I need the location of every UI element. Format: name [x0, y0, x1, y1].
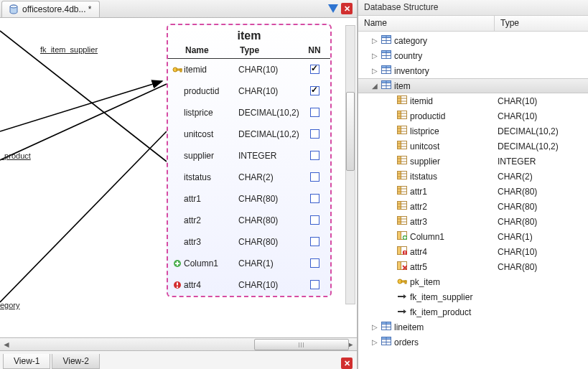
svg-line-4	[0, 84, 167, 160]
expand-twist-icon[interactable]: ▷	[371, 37, 378, 45]
svg-rect-12	[177, 286, 178, 288]
entity-row[interactable]: productidCHAR(10)	[168, 80, 330, 102]
tree-table-row[interactable]: ▷lineitem	[358, 319, 588, 335]
node-icon	[397, 307, 407, 317]
editor-tab[interactable]: officestore.4db... *	[1, 1, 100, 17]
tree-child-row[interactable]: fk_item_supplier	[358, 289, 588, 304]
node-type: INTEGER	[495, 157, 584, 167]
node-label: inventory	[394, 66, 429, 76]
tree-child-row[interactable]: listpriceDECIMAL(10,2)	[358, 123, 588, 139]
svg-rect-50	[398, 172, 401, 179]
node-type: CHAR(1)	[495, 232, 584, 242]
tree-child-row[interactable]: attr2CHAR(80)	[358, 199, 588, 214]
hscroll-thumb[interactable]: |||	[254, 339, 349, 350]
nn-checkbox[interactable]	[310, 258, 325, 268]
nn-checkbox[interactable]	[310, 108, 325, 118]
structure-tree[interactable]: ▷category▷country▷inventory◢itemitemidCH…	[358, 32, 588, 369]
entity-row[interactable]: attr2CHAR(80)	[168, 210, 330, 231]
entity-row[interactable]: listpriceDECIMAL(10,2)	[168, 102, 330, 123]
tree-child-row[interactable]: pk_item	[358, 274, 588, 289]
structure-header-type[interactable]: Type	[495, 16, 588, 31]
tree-child-row[interactable]: attr1CHAR(80)	[358, 184, 588, 199]
nn-checkbox[interactable]	[310, 215, 325, 225]
node-type: CHAR(80)	[495, 187, 584, 197]
entity-row[interactable]: Column1CHAR(1)	[168, 253, 330, 274]
node-icon	[381, 322, 391, 332]
node-label: lineitem	[394, 322, 424, 332]
node-label: attr1	[410, 187, 427, 197]
nn-checkbox[interactable]	[310, 194, 325, 204]
tree-table-row[interactable]: ▷country	[358, 48, 588, 63]
svg-rect-38	[398, 126, 401, 134]
tree-child-row[interactable]: productidCHAR(10)	[358, 108, 588, 123]
node-icon	[397, 141, 407, 151]
column-type: CHAR(80)	[238, 237, 310, 247]
entity-row[interactable]: unitcostDECIMAL(10,2)	[168, 123, 330, 145]
node-icon	[381, 80, 391, 91]
canvas-hscroll[interactable]: ◄ ||| ►	[0, 337, 357, 350]
structure-header-name[interactable]: Name	[358, 16, 495, 31]
canvas-vscroll-thumb[interactable]	[346, 92, 355, 171]
view-tab-1[interactable]: View-1	[3, 354, 50, 369]
entity-row[interactable]: itstatusCHAR(2)	[168, 167, 330, 188]
svg-rect-74	[398, 262, 401, 270]
tree-child-row[interactable]: attr4CHAR(10)	[358, 244, 588, 259]
nn-checkbox[interactable]	[310, 151, 325, 161]
expand-twist-icon[interactable]: ▷	[371, 338, 378, 346]
node-label: fk_item_product	[410, 307, 471, 317]
svg-rect-62	[398, 217, 401, 225]
entity-row[interactable]: attr1CHAR(80)	[168, 188, 330, 210]
hscroll-track[interactable]: |||	[13, 339, 344, 350]
menu-triangle-icon[interactable]	[328, 4, 338, 13]
tree-child-row[interactable]: supplierINTEGER	[358, 154, 588, 169]
svg-rect-69	[398, 247, 401, 255]
tree-table-row[interactable]: ▷orders	[358, 335, 588, 350]
expand-twist-icon[interactable]: ◢	[371, 82, 378, 90]
entity-row[interactable]: attr4CHAR(10)	[168, 274, 330, 296]
tree-child-row[interactable]: unitcostDECIMAL(10,2)	[358, 139, 588, 154]
structure-panel: Database Structure Name Type ▷category▷c…	[358, 0, 588, 369]
close-editor-icon[interactable]: ✕	[341, 3, 353, 14]
nn-checkbox[interactable]	[310, 65, 325, 75]
entity-row[interactable]: itemidCHAR(10)	[168, 59, 330, 80]
node-icon	[397, 277, 407, 287]
nn-checkbox[interactable]	[310, 86, 325, 96]
expand-twist-icon[interactable]: ▷	[371, 52, 378, 60]
column-type: DECIMAL(10,2)	[238, 108, 310, 118]
stub-product[interactable]: _product	[0, 151, 31, 160]
nn-checkbox[interactable]	[310, 280, 325, 290]
canvas-vscroll[interactable]	[345, 25, 355, 304]
node-label: category	[394, 36, 427, 46]
er-canvas[interactable]: fk_item_supplier _product egory item Nam…	[0, 18, 357, 337]
column-name: supplier	[184, 151, 238, 161]
tree-child-row[interactable]: attr5CHAR(80)	[358, 259, 588, 274]
tree-child-row[interactable]: attr3CHAR(80)	[358, 214, 588, 229]
view-tabs-close[interactable]: ✕	[341, 358, 353, 369]
node-label: attr2	[410, 202, 427, 212]
entity-row[interactable]: supplierINTEGER	[168, 145, 330, 167]
hscroll-left-icon[interactable]: ◄	[0, 340, 13, 350]
tree-child-row[interactable]: fk_item_product	[358, 304, 588, 319]
column-name: attr1	[184, 194, 238, 204]
tree-child-row[interactable]: itemidCHAR(10)	[358, 93, 588, 108]
expand-twist-icon[interactable]: ▷	[371, 67, 378, 75]
entity-row[interactable]: attr3CHAR(80)	[168, 231, 330, 253]
node-icon	[381, 50, 391, 61]
view-tab-2[interactable]: View-2	[52, 354, 99, 369]
tree-child-row[interactable]: itstatusCHAR(2)	[358, 169, 588, 184]
svg-rect-72	[404, 253, 405, 254]
stub-category[interactable]: egory	[0, 301, 20, 309]
tree-table-row[interactable]: ▷category	[358, 33, 588, 48]
nn-checkbox[interactable]	[310, 172, 325, 182]
column-name: unitcost	[184, 129, 238, 139]
svg-rect-58	[398, 202, 401, 210]
expand-twist-icon[interactable]: ▷	[371, 323, 378, 331]
fk-label[interactable]: fk_item_supplier	[40, 45, 98, 54]
tree-table-row[interactable]: ▷inventory	[358, 63, 588, 78]
row-status-icon	[171, 259, 184, 268]
tree-child-row[interactable]: Column1CHAR(1)	[358, 229, 588, 244]
entity-item[interactable]: item Name Type NN itemidCHAR(10)producti…	[167, 24, 332, 297]
tree-table-row[interactable]: ◢item	[358, 78, 588, 93]
nn-checkbox[interactable]	[310, 237, 325, 247]
nn-checkbox[interactable]	[310, 129, 325, 139]
